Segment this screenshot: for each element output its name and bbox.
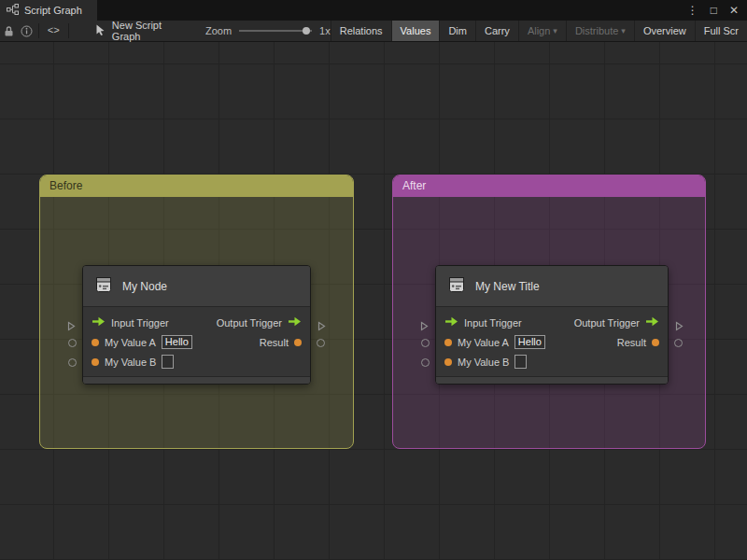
value-a-row: My Value A Hello Result: [83, 332, 310, 352]
port-label: Output Trigger: [217, 317, 282, 329]
group-title: After: [402, 179, 426, 192]
group-header[interactable]: Before: [40, 175, 353, 197]
value-b-input[interactable]: [514, 355, 527, 369]
value-b-row: My Value B: [436, 352, 668, 371]
unit-node-after[interactable]: My New Title Input Trigger Output Trigge…: [435, 265, 669, 385]
unit-icon: [93, 274, 114, 299]
script-graph-icon: [7, 4, 19, 17]
unit-icon: [446, 274, 467, 299]
node-body: Input Trigger Output Trigger My Value A …: [83, 307, 310, 376]
value-a-port[interactable]: [421, 339, 430, 347]
window-controls: ⋮ □ ✕: [687, 4, 747, 17]
value-b-input[interactable]: [162, 355, 174, 369]
node-header[interactable]: My Node: [83, 266, 310, 307]
info-icon[interactable]: [18, 21, 35, 41]
zoom-value: 1x: [319, 25, 331, 36]
zoom-control: Zoom 1x: [205, 25, 331, 36]
node-title: My Node: [122, 280, 167, 293]
values-button[interactable]: Values: [391, 21, 440, 41]
port-label: Input Trigger: [464, 317, 522, 329]
distribute-button-label: Distribute: [575, 25, 618, 36]
value-port-icon[interactable]: [92, 339, 99, 346]
value-port-icon[interactable]: [444, 339, 452, 346]
toolbar-separator: [38, 23, 39, 38]
output-trigger-port[interactable]: [675, 318, 684, 335]
node-body: Input Trigger Output Trigger My Value A …: [436, 307, 668, 376]
value-port-icon[interactable]: [92, 358, 99, 366]
value-a-row: My Value A Hello Result: [436, 332, 668, 352]
port-label: Result: [260, 337, 289, 348]
result-port[interactable]: [317, 339, 325, 347]
graph-asset-icon: [94, 23, 106, 38]
tab-script-graph[interactable]: Script Graph: [0, 0, 97, 21]
zoom-slider-handle[interactable]: [303, 27, 310, 35]
group-title: Before: [49, 179, 82, 192]
port-label: My Value B: [105, 357, 156, 368]
port-label: Result: [617, 337, 646, 348]
trigger-in-icon[interactable]: [92, 316, 106, 329]
unit-node-before[interactable]: My Node Input Trigger Output Trigger My …: [82, 265, 311, 385]
value-port-icon[interactable]: [294, 339, 302, 346]
trigger-out-icon[interactable]: [645, 316, 659, 329]
port-label: Input Trigger: [111, 317, 169, 329]
overview-button[interactable]: Overview: [634, 21, 695, 41]
align-button[interactable]: Align ▾: [518, 21, 566, 41]
zoom-label: Zoom: [205, 25, 232, 36]
port-label: Output Trigger: [574, 317, 640, 329]
trigger-row: Input Trigger Output Trigger: [83, 313, 310, 332]
graph-canvas[interactable]: Before After: [0, 42, 747, 560]
port-label: My Value B: [458, 357, 509, 368]
tab-bar: Script Graph ⋮ □ ✕: [0, 0, 747, 21]
chevron-down-icon: ▾: [621, 26, 626, 35]
graph-toolbar: <> New Script Graph Zoom 1x Relations Va…: [0, 21, 747, 42]
distribute-button[interactable]: Distribute ▾: [566, 21, 634, 41]
maximize-icon[interactable]: □: [711, 4, 717, 17]
graph-name-label: New Script Graph: [112, 20, 179, 42]
align-button-label: Align: [528, 25, 550, 36]
toolbar-buttons: Relations Values Dim Carry Align ▾ Distr…: [331, 21, 747, 41]
value-b-row: My Value B: [83, 352, 310, 371]
code-preview-icon[interactable]: <>: [48, 25, 60, 36]
toolbar-separator: [68, 23, 69, 38]
lock-icon[interactable]: [0, 21, 18, 41]
dim-button[interactable]: Dim: [439, 21, 475, 41]
port-label: My Value A: [105, 337, 156, 348]
close-icon[interactable]: ✕: [729, 4, 739, 17]
zoom-slider[interactable]: [239, 30, 312, 32]
tab-title: Script Graph: [24, 5, 82, 16]
output-trigger-port[interactable]: [317, 318, 326, 335]
value-b-port[interactable]: [421, 358, 430, 367]
value-port-icon[interactable]: [444, 358, 452, 366]
node-footer: [436, 376, 668, 384]
result-port[interactable]: [674, 339, 683, 347]
value-a-port[interactable]: [68, 339, 77, 347]
carry-button[interactable]: Carry: [475, 21, 518, 41]
menu-icon[interactable]: ⋮: [687, 4, 698, 17]
value-port-icon[interactable]: [652, 339, 659, 346]
group-header[interactable]: After: [393, 175, 705, 197]
trigger-row: Input Trigger Output Trigger: [436, 313, 668, 332]
node-footer: [83, 376, 310, 384]
script-graph-window: Script Graph ⋮ □ ✕ <> New Script Graph Z…: [0, 0, 747, 560]
trigger-in-icon[interactable]: [444, 316, 458, 329]
relations-button[interactable]: Relations: [331, 21, 391, 41]
trigger-out-icon[interactable]: [288, 316, 302, 329]
graph-name-field[interactable]: New Script Graph: [94, 20, 179, 42]
chevron-down-icon: ▾: [553, 26, 557, 35]
node-header[interactable]: My New Title: [436, 266, 668, 307]
value-b-port[interactable]: [68, 358, 77, 367]
value-a-input[interactable]: Hello: [514, 335, 545, 349]
input-trigger-port[interactable]: [420, 318, 429, 335]
input-trigger-port[interactable]: [67, 318, 76, 335]
fullscreen-button[interactable]: Full Scr: [695, 21, 747, 41]
value-a-input[interactable]: Hello: [162, 335, 192, 349]
port-label: My Value A: [458, 337, 509, 348]
node-title: My New Title: [475, 280, 540, 293]
